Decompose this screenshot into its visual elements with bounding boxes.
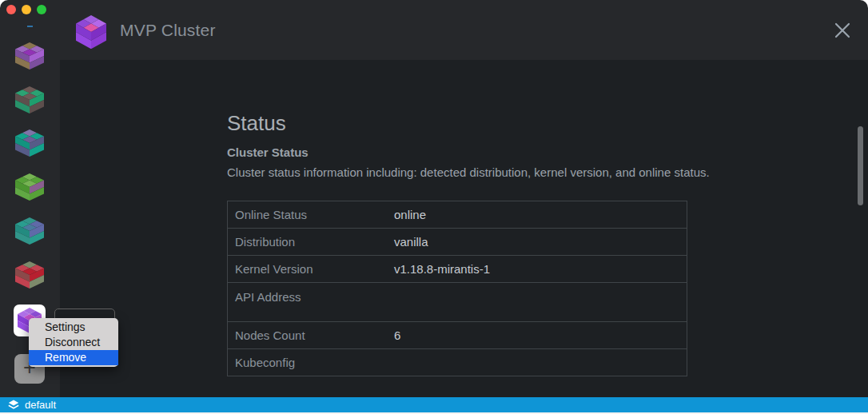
menu-item-settings[interactable]: Settings <box>29 320 118 335</box>
main-content: Status Cluster Status Cluster status inf… <box>60 60 868 397</box>
table-row: Kubeconfig <box>228 349 687 376</box>
sidebar-cluster-icon[interactable] <box>15 217 44 245</box>
section-title: Cluster Status <box>227 145 309 159</box>
cluster-status-table: Online StatusonlineDistributionvanillaKe… <box>227 201 687 376</box>
status-bar: default <box>0 397 868 412</box>
traffic-lights <box>6 5 46 14</box>
table-row: Distributionvanilla <box>228 229 687 256</box>
sidebar-cluster-icon[interactable] <box>15 129 44 157</box>
row-label: Kernel Version <box>228 262 394 276</box>
table-row: Kernel Versionv1.18.8-mirantis-1 <box>228 256 687 283</box>
sidebar-cluster-icon[interactable] <box>15 261 44 289</box>
app-window: MVP Cluster + Status Cluster Status Clus… <box>0 0 868 414</box>
minimize-window-button[interactable] <box>22 5 31 14</box>
table-row: Online Statusonline <box>228 201 687 229</box>
layers-icon <box>8 400 19 411</box>
row-label: Online Status <box>228 208 394 221</box>
row-value <box>394 283 687 290</box>
cluster-context-menu: SettingsDisconnectRemove <box>29 318 118 367</box>
page-title: Status <box>227 111 286 136</box>
close-icon[interactable] <box>833 21 852 40</box>
cluster-logo-icon <box>76 15 106 46</box>
sidebar-indicator <box>27 26 33 27</box>
sidebar-cluster-icon[interactable] <box>15 173 44 201</box>
row-value: 6 <box>394 328 687 342</box>
table-row: API Address <box>228 283 687 322</box>
scrollbar[interactable] <box>858 126 863 205</box>
menu-item-disconnect[interactable]: Disconnect <box>29 335 118 350</box>
table-row: Nodes Count6 <box>228 322 687 349</box>
section-description: Cluster status information including: de… <box>227 165 710 179</box>
row-label: API Address <box>228 283 394 304</box>
row-value: vanilla <box>394 235 687 249</box>
zoom-window-button[interactable] <box>37 5 46 14</box>
sidebar-cluster-icon[interactable] <box>15 42 44 70</box>
row-label: Kubeconfig <box>228 356 394 369</box>
row-value: v1.18.8-mirantis-1 <box>394 262 687 276</box>
close-window-button[interactable] <box>6 5 16 14</box>
page-header-title: MVP Cluster <box>120 21 216 40</box>
menu-item-remove[interactable]: Remove <box>29 350 118 365</box>
row-label: Distribution <box>228 235 394 249</box>
sidebar-cluster-icon[interactable] <box>15 86 44 113</box>
row-value: online <box>394 208 687 221</box>
kube-context-label[interactable]: default <box>25 399 56 411</box>
row-label: Nodes Count <box>228 328 394 342</box>
